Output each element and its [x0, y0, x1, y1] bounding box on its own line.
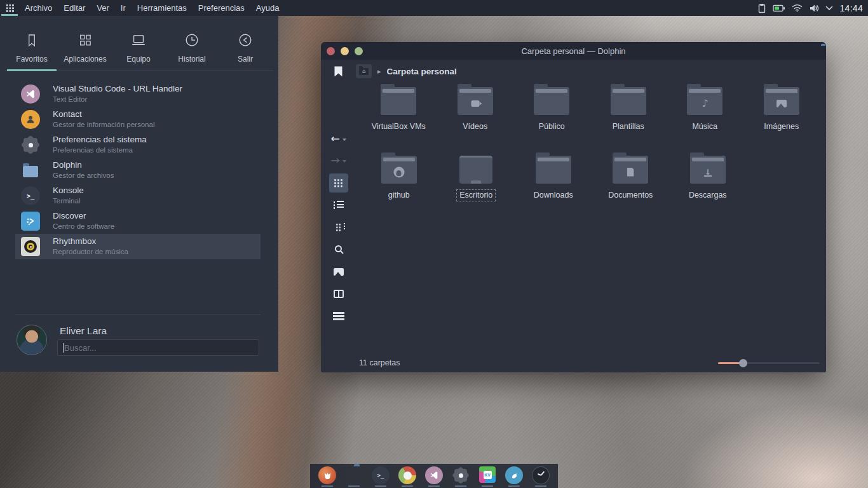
folder-label: Imágenes	[761, 121, 801, 132]
clock[interactable]: 14:44	[839, 3, 863, 13]
folder-downloads[interactable]: Downloads	[515, 151, 592, 201]
app-launcher-button[interactable]	[0, 0, 19, 16]
folder-descargas[interactable]: Descargas	[669, 151, 747, 201]
folder-escritorio[interactable]: Escritorio	[438, 151, 515, 201]
dock-clock[interactable]	[531, 465, 550, 487]
music-emblem-icon: ♪	[702, 98, 708, 109]
top-panel: Archivo Editar Ver Ir Herramientas Prefe…	[0, 0, 868, 16]
download-emblem-icon	[703, 168, 712, 177]
video-emblem-icon	[471, 100, 479, 107]
tab-favoritos[interactable]: Favoritos	[5, 16, 58, 70]
app-item-vscode[interactable]: Visual Studio Code - URL Handler Text Ed…	[15, 81, 261, 107]
menu-preferencias[interactable]: Preferencias	[193, 0, 250, 16]
forward-arrow-icon: →	[330, 155, 339, 166]
menu-button[interactable]	[321, 312, 356, 320]
terminal-prompt-icon: >_	[21, 186, 40, 205]
tab-equipo[interactable]: Equipo	[112, 16, 165, 70]
split-view-button[interactable]	[321, 290, 356, 298]
app-item-konsole[interactable]: >_ Konsole Terminal	[15, 183, 261, 208]
gear-icon	[21, 135, 40, 154]
search-button[interactable]	[321, 245, 356, 252]
zoom-slider[interactable]	[718, 362, 820, 364]
back-arrow-icon: ←	[330, 133, 339, 144]
app-item-dolphin[interactable]: Dolphin Gestor de archivos	[15, 158, 261, 183]
dock-vscode[interactable]	[424, 465, 444, 487]
folder-label: Descargas	[686, 190, 729, 201]
menu-ver[interactable]: Ver	[91, 0, 115, 16]
toolbar-vertical: ← →	[321, 83, 356, 353]
dock-kvantum[interactable]: KV	[478, 465, 497, 487]
forward-dropdown-icon[interactable]	[342, 160, 346, 163]
volume-icon[interactable]	[809, 4, 819, 13]
zoom-slider-knob[interactable]	[739, 359, 747, 367]
dock-file-manager[interactable]	[344, 465, 363, 487]
folder-label: VirtualBox VMs	[369, 121, 428, 132]
bookmark-icon[interactable]	[334, 66, 342, 77]
folder-github[interactable]: github	[360, 151, 438, 201]
forward-button[interactable]: →	[321, 155, 356, 166]
tab-aplicaciones[interactable]: Aplicaciones	[58, 16, 112, 70]
status-bar: 11 carpetas	[321, 353, 826, 372]
menu-herramientas[interactable]: Herramientas	[132, 0, 193, 16]
folder-label: Vídeos	[460, 121, 490, 132]
menu-editar[interactable]: Editar	[58, 0, 91, 16]
tab-label: Favoritos	[16, 55, 47, 64]
folder-virtualbox-vms[interactable]: VirtualBox VMs	[360, 83, 437, 132]
back-dropdown-icon[interactable]	[342, 139, 346, 141]
tab-salir[interactable]: Salir	[219, 16, 272, 70]
app-desc: Gestor de archivos	[53, 171, 114, 180]
menu-ir[interactable]: Ir	[115, 0, 132, 16]
folder-documentos[interactable]: Documentos	[592, 151, 670, 201]
desktop-icon	[459, 156, 492, 184]
blue-folder-icon	[21, 161, 40, 180]
back-button[interactable]: ←	[321, 133, 356, 144]
application-launcher-panel: Favoritos Aplicaciones Equipo Historial …	[0, 16, 278, 372]
computer-icon	[130, 32, 147, 49]
menu-ayuda[interactable]: Ayuda	[250, 0, 285, 16]
app-item-rhythmbox[interactable]: Rhythmbox Reproductor de música	[15, 234, 261, 259]
list-view-button[interactable]	[321, 201, 356, 209]
chevron-down-icon[interactable]	[825, 6, 833, 11]
wifi-icon[interactable]	[792, 4, 803, 12]
menu-archivo[interactable]: Archivo	[19, 0, 58, 16]
grid-view-button[interactable]	[321, 173, 356, 193]
dock-terminal[interactable]: >_	[371, 465, 390, 487]
dock-music-app[interactable]	[505, 465, 524, 487]
breadcrumb[interactable]: Carpeta personal	[387, 67, 457, 76]
app-item-discover[interactable]: Discover Centro de software	[15, 208, 261, 234]
compact-view-button[interactable]	[321, 223, 356, 231]
divider	[15, 315, 261, 315]
folder-label: github	[386, 190, 412, 201]
folder-plantillas[interactable]: Plantillas	[590, 83, 667, 132]
app-item-kontact[interactable]: Kontact Gestor de información personal	[15, 107, 261, 132]
app-name: Kontact	[53, 109, 154, 120]
bookmark-icon	[24, 32, 39, 49]
search-input[interactable]	[58, 340, 259, 355]
kvantum-icon: KV	[479, 466, 496, 483]
home-breadcrumb-button[interactable]	[356, 64, 372, 78]
app-name: Dolphin	[53, 160, 114, 171]
folder-publico[interactable]: Público	[513, 83, 590, 132]
text-caret	[63, 343, 64, 353]
favorites-list: Visual Studio Code - URL Handler Text Ed…	[15, 81, 261, 259]
dock-firefox[interactable]	[318, 465, 337, 487]
user-avatar[interactable]	[17, 325, 47, 355]
app-name: Preferencias del sistema	[53, 135, 147, 146]
app-item-preferencias[interactable]: Preferencias del sistema Preferencias de…	[15, 132, 261, 158]
tab-label: Aplicaciones	[64, 55, 106, 64]
folder-imagenes[interactable]: Imágenes	[743, 83, 820, 132]
preview-button[interactable]	[321, 268, 356, 276]
folder-musica[interactable]: ♪ Música	[667, 83, 743, 132]
status-text: 11 carpetas	[359, 358, 400, 367]
terminal-icon: >_	[372, 466, 390, 484]
dock-chromium[interactable]	[398, 465, 417, 487]
dock-settings[interactable]	[451, 465, 470, 487]
title-bar[interactable]: Carpeta personal — Dolphin	[321, 42, 826, 60]
tab-historial[interactable]: Historial	[165, 16, 219, 70]
battery-icon[interactable]	[773, 4, 785, 12]
clipboard-icon[interactable]	[757, 3, 766, 13]
home-folder-icon	[359, 68, 369, 75]
app-desc: Text Editor	[53, 95, 182, 104]
app-desc: Centro de software	[53, 222, 114, 231]
folder-videos[interactable]: Vídeos	[437, 83, 514, 132]
